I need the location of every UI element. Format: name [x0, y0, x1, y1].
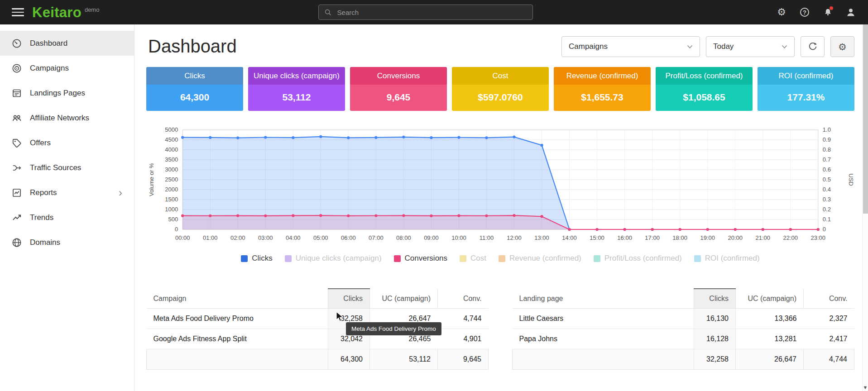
target-icon	[11, 63, 22, 74]
refresh-icon	[808, 42, 818, 52]
refresh-button[interactable]	[801, 36, 825, 57]
stat-cards-row: Clicks 64,300 Unique clicks (campaign) 5…	[146, 67, 854, 111]
scrollbar-thumb[interactable]	[863, 24, 868, 214]
global-search	[318, 5, 533, 20]
stat-card-cost[interactable]: Cost $597.0760	[452, 67, 549, 111]
sidebar-item-reports[interactable]: Reports ›	[0, 180, 134, 205]
scroll-down-arrow-icon[interactable]: ▼	[863, 385, 868, 390]
legend-item-conversions[interactable]: Conversions	[394, 254, 448, 263]
stat-card-unique-clicks[interactable]: Unique clicks (campaign) 53,112	[248, 67, 345, 111]
legend-label: Clicks	[252, 254, 272, 263]
column-header-conv[interactable]: Conv.	[438, 289, 489, 309]
svg-text:06:00: 06:00	[341, 234, 356, 241]
legend-label: Conversions	[405, 254, 448, 263]
svg-text:07:00: 07:00	[369, 234, 384, 241]
campaign-name[interactable]: Google Ads Fitness App Split	[147, 329, 328, 349]
svg-text:0.6: 0.6	[823, 166, 831, 173]
stat-card-revenue[interactable]: Revenue (confirmed) $1,655.73	[554, 67, 651, 111]
app-logo[interactable]: Keitaro demo	[32, 5, 99, 19]
sidebar-item-landings-pages[interactable]: Landings Pages	[0, 81, 134, 105]
svg-text:0.9: 0.9	[823, 136, 831, 143]
legend-item-profit-loss[interactable]: Profit/Loss (confirmed)	[594, 254, 682, 263]
column-header-campaign[interactable]: Campaign	[147, 289, 328, 309]
legend-label: Revenue (confirmed)	[509, 254, 581, 263]
conv-value: 4,901	[438, 329, 489, 349]
column-header-clicks[interactable]: Clicks	[328, 289, 370, 309]
main-content: Dashboard Campaigns Today ⚙	[134, 24, 868, 391]
stat-card-value: $1,058.65	[656, 85, 753, 111]
column-header-conv[interactable]: Conv.	[804, 289, 854, 309]
campaigns-filter-select[interactable]: Campaigns	[561, 36, 700, 57]
landing-name[interactable]: Little Caesars	[513, 309, 694, 329]
legend-swatch	[694, 255, 701, 262]
campaign-name[interactable]: Meta Ads Food Delivery Promo	[147, 309, 328, 329]
stat-card-profit-loss[interactable]: Profit/Loss (confirmed) $1,058.65	[656, 67, 753, 111]
people-icon	[11, 113, 22, 124]
notifications-bell-icon[interactable]	[822, 7, 833, 18]
conv-value: 4,744	[438, 309, 489, 329]
globe-icon	[11, 237, 22, 248]
legend-item-clicks[interactable]: Clicks	[241, 254, 272, 263]
sidebar-item-traffic-sources[interactable]: Traffic Sources	[0, 155, 134, 180]
clicks-value: 16,128	[694, 329, 736, 349]
svg-text:09:00: 09:00	[424, 234, 439, 241]
column-header-clicks[interactable]: Clicks	[694, 289, 736, 309]
legend-item-revenue[interactable]: Revenue (confirmed)	[499, 254, 581, 263]
summary-tables: Campaign Clicks UC (campaign) Conv. Meta…	[146, 288, 854, 370]
totals-clicks: 64,300	[328, 349, 370, 370]
gear-icon: ⚙	[838, 42, 847, 52]
legend-item-cost[interactable]: Cost	[460, 254, 486, 263]
svg-text:15:00: 15:00	[590, 234, 604, 241]
sidebar-item-label: Landings Pages	[30, 89, 85, 98]
legend-swatch	[241, 255, 248, 262]
sidebar-item-offers[interactable]: Offers	[0, 130, 134, 155]
dashboard-settings-button[interactable]: ⚙	[830, 36, 854, 57]
legend-item-roi[interactable]: ROI (confirmed)	[694, 254, 760, 263]
hamburger-menu-icon[interactable]	[12, 8, 24, 16]
campaigns-filter-value: Campaigns	[569, 42, 608, 51]
sidebar-item-trends[interactable]: Trends	[0, 205, 134, 230]
vertical-scrollbar[interactable]: ▼	[862, 24, 868, 391]
dashboard-controls: Campaigns Today ⚙	[561, 36, 854, 57]
report-chart-icon	[11, 187, 22, 198]
stat-card-clicks[interactable]: Clicks 64,300	[146, 67, 243, 111]
svg-text:0.5: 0.5	[823, 176, 831, 183]
svg-text:4000: 4000	[165, 146, 178, 153]
legend-swatch	[499, 255, 505, 262]
svg-text:4500: 4500	[165, 136, 178, 143]
totals-conv: 4,744	[804, 349, 854, 370]
stat-card-label: Cost	[452, 67, 549, 85]
dashboard-gauge-icon	[11, 38, 22, 49]
stat-card-conversions[interactable]: Conversions 9,645	[350, 67, 447, 111]
sidebar-item-affiliate-networks[interactable]: Affiliate Networks	[0, 105, 134, 130]
uc-value: 13,281	[736, 329, 804, 349]
column-header-uc[interactable]: UC (campaign)	[370, 289, 438, 309]
column-header-uc[interactable]: UC (campaign)	[736, 289, 804, 309]
landing-name[interactable]: Papa Johns	[513, 329, 694, 349]
table-row[interactable]: Little Caesars 16,130 13,366 2,327	[513, 309, 854, 329]
settings-gear-icon[interactable]: ⚙	[776, 7, 787, 18]
sidebar-item-dashboard[interactable]: Dashboard	[0, 31, 134, 56]
search-input[interactable]	[336, 8, 527, 17]
user-avatar-icon[interactable]	[845, 7, 856, 18]
date-range-select[interactable]: Today	[706, 36, 795, 57]
svg-text:0.7: 0.7	[823, 156, 831, 163]
legend-item-unique-clicks[interactable]: Unique clicks (campaign)	[285, 254, 382, 263]
svg-text:3000: 3000	[165, 166, 178, 173]
totals-clicks: 32,258	[694, 349, 736, 370]
stat-card-value: 64,300	[146, 85, 243, 111]
stat-card-value: 177.31%	[758, 85, 854, 111]
help-icon[interactable]: ?	[799, 7, 810, 18]
sidebar-item-campaigns[interactable]: Campaigns	[0, 56, 134, 81]
svg-text:3500: 3500	[165, 156, 178, 163]
date-range-value: Today	[713, 42, 734, 51]
svg-text:USD: USD	[848, 173, 854, 186]
stat-card-roi[interactable]: ROI (confirmed) 177.31%	[758, 67, 854, 111]
chevron-down-icon	[687, 45, 693, 49]
table-row[interactable]: Papa Johns 16,128 13,281 2,417	[513, 329, 854, 349]
top-bar: Keitaro demo ⚙ ?	[0, 0, 868, 24]
sidebar-item-domains[interactable]: Domains	[0, 230, 134, 255]
column-header-landing-page[interactable]: Landing page	[513, 289, 694, 309]
totals-empty-cell	[147, 349, 328, 370]
chart-legend: Clicks Unique clicks (campaign) Conversi…	[146, 254, 854, 263]
